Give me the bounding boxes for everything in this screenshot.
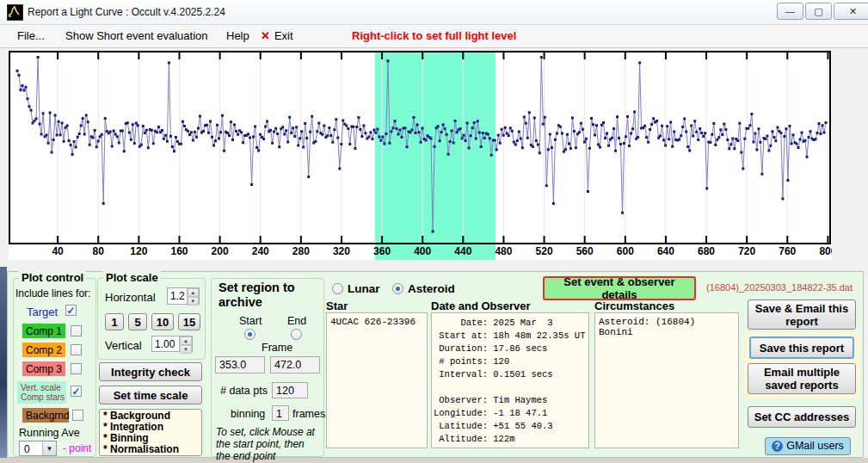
svg-text:240: 240 bbox=[252, 245, 269, 257]
report-filename: (16804)_20250303_184822-35.dat bbox=[706, 282, 853, 293]
window-bottom-edge bbox=[0, 458, 868, 463]
spinner-arrows-icon[interactable]: ▲▼ bbox=[187, 288, 199, 304]
full-light-hint: Right-click to set full light level bbox=[352, 29, 516, 42]
data-pts-field[interactable]: 120 bbox=[272, 382, 308, 398]
svg-text:40: 40 bbox=[52, 245, 64, 257]
running-ave-suffix: - point bbox=[63, 442, 91, 454]
svg-text:720: 720 bbox=[738, 245, 755, 257]
scale-preset-15-button[interactable]: 15 bbox=[178, 313, 200, 330]
scale-preset-1-button[interactable]: 1 bbox=[105, 313, 124, 330]
backgrnd-chip: Backgrnd bbox=[22, 408, 69, 423]
binning-label: binning bbox=[231, 408, 265, 420]
start-label: Start bbox=[239, 315, 262, 327]
backgrnd-checkbox[interactable] bbox=[72, 410, 83, 421]
start-radio[interactable] bbox=[244, 329, 255, 340]
exit-x-icon: ✕ bbox=[261, 29, 270, 42]
vert-scale-checkbox[interactable]: ✓ bbox=[71, 386, 82, 397]
integrity-check-button[interactable]: Integrity check bbox=[99, 362, 202, 381]
end-frame-field[interactable]: 472.0 bbox=[270, 356, 320, 373]
menu-exit[interactable]: ✕Exit bbox=[261, 29, 293, 42]
gmail-users-label: GMail users bbox=[786, 440, 844, 453]
set-event-observer-button[interactable]: Set event & observer details bbox=[543, 276, 696, 300]
lunar-label: Lunar bbox=[348, 282, 380, 295]
maximize-button[interactable]: ▢ bbox=[805, 3, 832, 20]
menu-exit-label: Exit bbox=[274, 29, 293, 42]
light-curve-plot[interactable]: 4080120160200240280320360400440480520560… bbox=[9, 51, 832, 260]
horizontal-value: 1.2 bbox=[168, 288, 187, 304]
spinner-arrows-icon[interactable]: ▲▼ bbox=[179, 336, 192, 351]
comp2-chip: Comp 2 bbox=[22, 343, 65, 357]
vertical-spinner[interactable]: 1.00 ▲▼ bbox=[151, 336, 193, 352]
comp1-label: Comp 1 bbox=[26, 325, 62, 337]
dropdown-arrow-icon: ▼ bbox=[42, 441, 56, 455]
menu-file[interactable]: File... bbox=[17, 29, 45, 42]
running-ave-label: Running Ave bbox=[19, 427, 80, 439]
comp2-label: Comp 2 bbox=[26, 344, 62, 356]
minimize-button[interactable]: — bbox=[777, 3, 803, 20]
comp3-chip: Comp 3 bbox=[22, 361, 65, 376]
lunar-radio[interactable] bbox=[332, 283, 343, 294]
horizontal-label: Horizontal bbox=[105, 291, 156, 304]
star-box: 4UCAC 626-23396 bbox=[326, 312, 428, 448]
minimize-icon: — bbox=[785, 6, 795, 16]
svg-text:280: 280 bbox=[292, 245, 310, 257]
set-time-scale-button[interactable]: Set time scale bbox=[99, 386, 202, 404]
svg-text:480: 480 bbox=[495, 245, 512, 257]
menu-help[interactable]: Help bbox=[226, 29, 249, 42]
running-ave-select[interactable]: 0 ▼ bbox=[19, 441, 57, 456]
email-multiple-reports-button[interactable]: Email multiple saved reports bbox=[748, 363, 856, 394]
comp1-chip: Comp 1 bbox=[22, 324, 65, 338]
svg-text:400: 400 bbox=[414, 245, 431, 257]
asteroid-radio[interactable] bbox=[392, 283, 403, 294]
star-box-label: Star bbox=[326, 299, 348, 312]
vertical-label: Vertical bbox=[105, 339, 142, 352]
window-left-edge bbox=[0, 267, 7, 463]
circumstances-label: Circumstances bbox=[594, 299, 674, 312]
plot-scale-group: Plot scale Horizontal 1.2 ▲▼ 1 5 10 15 V… bbox=[97, 278, 206, 360]
save-report-button[interactable]: Save this report bbox=[749, 336, 854, 359]
horizontal-spinner[interactable]: 1.2 ▲▼ bbox=[167, 287, 200, 305]
target-checkbox[interactable]: ✓ bbox=[65, 305, 77, 316]
help-icon: ? bbox=[772, 441, 783, 452]
set-region-note: To set, click Mouse at the start point, … bbox=[216, 426, 319, 462]
vert-scale-line2: Comp stars bbox=[21, 392, 65, 402]
svg-text:360: 360 bbox=[373, 245, 391, 257]
svg-text:200: 200 bbox=[212, 245, 229, 257]
operations-list: * Background* Integration* Binning* Norm… bbox=[99, 409, 202, 456]
date-observer-label: Date and Observer bbox=[431, 299, 531, 312]
comp1-checkbox[interactable] bbox=[71, 325, 82, 336]
binning-field[interactable]: 1 bbox=[272, 405, 289, 421]
start-frame-field[interactable]: 353.0 bbox=[215, 356, 265, 373]
end-label: End bbox=[287, 315, 306, 327]
circumstances-box: Asteroid: (16804) Bonini bbox=[594, 312, 739, 448]
vert-scale-line1: Vert. scale bbox=[21, 383, 61, 392]
close-button[interactable]: ✕ bbox=[834, 3, 868, 20]
comp3-checkbox[interactable] bbox=[71, 363, 82, 374]
light-curve-svg: 4080120160200240280320360400440480520560… bbox=[9, 51, 832, 260]
app-icon bbox=[7, 4, 23, 21]
gmail-users-button[interactable]: ? GMail users bbox=[765, 437, 851, 455]
backgrnd-label: Backgrnd bbox=[26, 410, 70, 422]
svg-text:80: 80 bbox=[93, 245, 105, 257]
vert-scale-chip: Vert. scale Comp stars bbox=[17, 381, 66, 404]
svg-text:320: 320 bbox=[333, 245, 350, 257]
menu-show-short-event[interactable]: Show Short event evaluation bbox=[65, 29, 208, 42]
menu-bar: File... Show Short event evaluation Help… bbox=[0, 25, 868, 48]
vertical-value: 1.00 bbox=[152, 336, 179, 351]
svg-text:560: 560 bbox=[576, 245, 594, 257]
scale-preset-5-button[interactable]: 5 bbox=[128, 313, 147, 330]
asteroid-label: Asteroid bbox=[408, 282, 455, 295]
save-email-report-button[interactable]: Save & Email this report bbox=[748, 299, 856, 330]
frames-label: frames bbox=[292, 408, 325, 420]
window-title: Report a Light Curve : Occult v.4.2025.2… bbox=[28, 6, 225, 18]
scale-preset-10-button[interactable]: 10 bbox=[151, 313, 174, 330]
comp2-checkbox[interactable] bbox=[71, 344, 82, 355]
svg-text:680: 680 bbox=[698, 245, 715, 257]
end-radio[interactable] bbox=[291, 329, 302, 340]
plot-control-title: Plot control bbox=[19, 271, 86, 284]
close-icon: ✕ bbox=[849, 6, 857, 17]
set-cc-addresses-button[interactable]: Set CC addresses bbox=[748, 406, 856, 428]
set-region-title: Set region to archive bbox=[219, 281, 315, 310]
svg-text:440: 440 bbox=[454, 245, 471, 257]
control-panel: Plot control Include lines for: Target ✓… bbox=[7, 271, 864, 458]
